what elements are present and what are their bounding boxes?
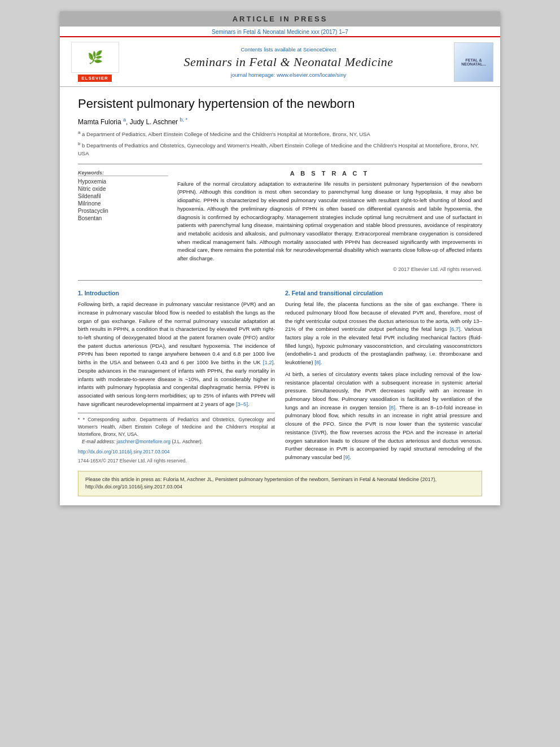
keyword-1: Hypoxemia: [78, 178, 168, 185]
aip-text: ARTICLE IN PRESS: [233, 15, 328, 23]
doi-line[interactable]: http://dx.doi.org/10.1016/j.siny.2017.03…: [78, 448, 275, 456]
journal-header: 🌿 ELSEVIER Contents lists available at S…: [60, 36, 500, 87]
aip-banner: ARTICLE IN PRESS: [60, 11, 500, 27]
keywords-box: Keywords: Hypoxemia Nitric oxide Sildena…: [78, 170, 168, 272]
journal-header-center: Contents lists available at ScienceDirec…: [123, 46, 454, 78]
keyword-6: Bosentan: [78, 215, 168, 221]
keywords-label: Keywords:: [78, 170, 168, 176]
affil-b-sup: b, *: [180, 117, 187, 123]
keyword-5: Prostacyclin: [78, 208, 168, 214]
elsevier-tree-icon: 🌿: [88, 51, 103, 64]
citation-text: Please cite this article in press as: Fu…: [85, 477, 436, 490]
ref-1-2[interactable]: [1,2]: [263, 359, 274, 365]
homepage-url[interactable]: www.elsevier.com/locate/siny: [277, 72, 346, 78]
science-direct-link[interactable]: ScienceDirect: [303, 46, 336, 53]
keyword-2: Nitric oxide: [78, 186, 168, 192]
right-column: 2. Fetal and transitional circulation Du…: [285, 286, 482, 465]
journal-title: Seminars in Fetal & Neonatal Medicine: [129, 55, 448, 69]
divider-top: [78, 164, 482, 164]
elsevier-badge: ELSEVIER: [78, 75, 112, 82]
footnote-section: * * Corresponding author. Departments of…: [78, 413, 275, 445]
citation-banner: Please cite this article in press as: Fu…: [78, 471, 482, 496]
ref-8a[interactable]: [8]: [314, 359, 321, 365]
journal-ref-line: Seminars in Fetal & Neonatal Medicine xx…: [60, 27, 500, 36]
homepage-label: journal homepage:: [231, 72, 275, 78]
keyword-3: Sildenafil: [78, 193, 168, 199]
abstract-heading: A B S T R A C T: [177, 170, 482, 177]
email-address[interactable]: jaschner@montefiore.org: [117, 439, 171, 444]
main-content: Persistent pulmonary hypertension of the…: [60, 87, 500, 505]
abstract-section: Keywords: Hypoxemia Nitric oxide Sildena…: [78, 170, 482, 272]
fetal-heading: 2. Fetal and transitional circulation: [285, 289, 482, 298]
email-label: E-mail address:: [82, 439, 115, 444]
authors-line: Mamta Fuloria a, Judy L. Aschner b, *: [78, 117, 482, 126]
ref-8b[interactable]: [8]: [389, 404, 395, 410]
elsevier-logo-box: 🌿: [71, 42, 119, 73]
copyright-line: © 2017 Elsevier Ltd. All rights reserved…: [177, 267, 482, 272]
keyword-4: Milrinone: [78, 200, 168, 207]
journal-homepage: journal homepage: www.elsevier.com/locat…: [129, 72, 448, 78]
page: ARTICLE IN PRESS Seminars in Fetal & Neo…: [60, 11, 500, 505]
left-column: 1. Introduction Following birth, a rapid…: [78, 286, 275, 465]
issn-line: 1744-165X/© 2017 Elsevier Ltd. All right…: [78, 457, 275, 465]
affil-sup-a: a: [78, 130, 80, 135]
fetal-paragraph-2: At birth, a series of circulatory events…: [285, 370, 482, 462]
footnote-corresponding: * * Corresponding author. Departments of…: [78, 416, 275, 438]
affil-sup-b: b: [78, 141, 80, 146]
ref-6-7[interactable]: [6,7]: [450, 326, 461, 332]
intro-paragraph: Following birth, a rapid decrease in pul…: [78, 300, 275, 408]
article-title: Persistent pulmonary hypertension of the…: [78, 96, 482, 112]
fetal-paragraph-1: During fetal life, the placenta function…: [285, 300, 482, 367]
journal-cover-thumbnail: FETAL & NEONATAL...: [454, 42, 493, 82]
abstract-text: Failure of the normal circulatory adapta…: [177, 180, 482, 263]
intro-heading: 1. Introduction: [78, 289, 275, 298]
affiliation-a: a a Department of Pediatrics, Albert Ein…: [78, 129, 482, 138]
two-column-body: 1. Introduction Following birth, a rapid…: [78, 286, 482, 465]
elsevier-logo-area: 🌿 ELSEVIER: [67, 42, 123, 82]
affiliation-b: b b Departments of Pediatrics and Obstet…: [78, 141, 482, 158]
ref-9[interactable]: [9]: [344, 454, 350, 460]
footnote-email: E-mail address: jaschner@montefiore.org …: [78, 438, 275, 445]
contents-line: Contents lists available at ScienceDirec…: [129, 46, 448, 53]
journal-ref-text: Seminars in Fetal & Neonatal Medicine xx…: [212, 29, 348, 35]
affil-a-sup: a: [123, 117, 126, 123]
contents-label: Contents lists available at: [241, 46, 302, 53]
divider-abstract: [78, 280, 482, 281]
ref-3-5[interactable]: [3–5]: [236, 401, 248, 407]
abstract-content: A B S T R A C T Failure of the normal ci…: [177, 170, 482, 272]
